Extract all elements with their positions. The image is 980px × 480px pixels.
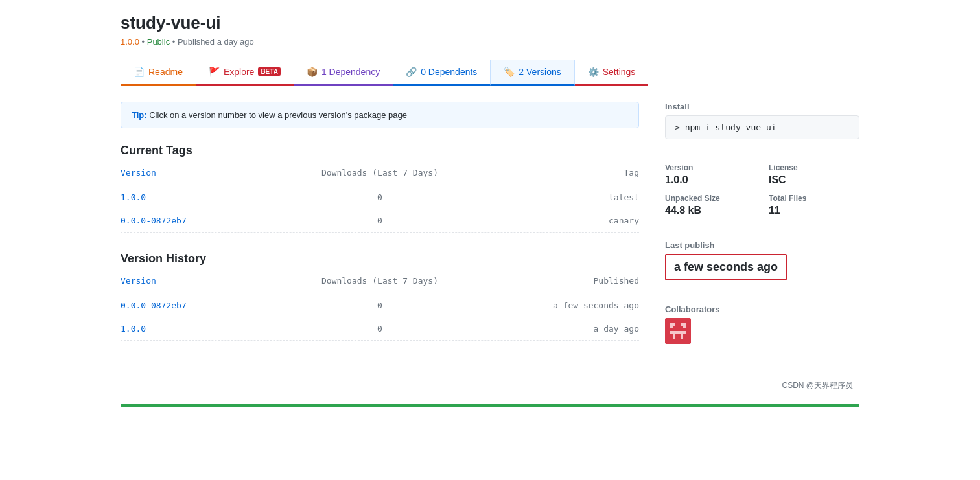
current-tags-col-version: Version <box>121 168 294 177</box>
install-label: Install <box>665 102 859 111</box>
vh-downloads-1: 0 <box>294 324 467 334</box>
settings-icon: ⚙️ <box>588 67 599 77</box>
ct-version-1[interactable]: 0.0.0-0872eb7 <box>121 216 294 225</box>
tab-readme[interactable]: 📄 Readme <box>121 60 196 86</box>
tab-versions-label: 2 Versions <box>519 67 561 77</box>
vh-downloads-0: 0 <box>294 301 467 310</box>
install-section: Install > npm i study-vue-ui <box>665 102 859 150</box>
total-files-meta: Total Files 11 <box>769 194 859 216</box>
tab-dependency[interactable]: 📦 1 Dependency <box>294 60 393 86</box>
version-history-title: Version History <box>121 252 639 266</box>
separator: • <box>142 37 147 47</box>
package-published: Published a day ago <box>178 37 254 47</box>
readme-icon: 📄 <box>134 67 145 77</box>
tab-explore[interactable]: 🚩 Explore BETA <box>196 60 294 86</box>
license-meta: License ISC <box>769 163 859 186</box>
current-tags-col-downloads: Downloads (Last 7 Days) <box>294 168 467 177</box>
last-publish-label: Last publish <box>665 240 859 250</box>
package-visibility: Public <box>147 37 170 47</box>
tab-dependents-label: 0 Dependents <box>421 67 477 77</box>
versions-icon: 🏷️ <box>504 67 515 77</box>
vh-version-0[interactable]: 0.0.0-0872eb7 <box>121 301 294 310</box>
vh-row-0: 0.0.0-0872eb7 0 a few seconds ago <box>121 294 639 317</box>
svg-rect-4 <box>681 326 683 328</box>
tip-box: Tip: Click on a version number to view a… <box>121 102 639 128</box>
main-layout: Tip: Click on a version number to view a… <box>121 102 859 367</box>
unpacked-size-key: Unpacked Size <box>665 194 756 203</box>
vh-version-1[interactable]: 1.0.0 <box>121 324 294 334</box>
tab-settings-label: Settings <box>603 67 636 77</box>
current-tags-title: Current Tags <box>121 144 639 157</box>
version-meta-key: Version <box>665 163 756 172</box>
vh-published-0: a few seconds ago <box>466 301 639 310</box>
vh-col-version: Version <box>121 276 294 286</box>
watermark: CSDN @天界程序员 <box>121 380 859 391</box>
total-files-key: Total Files <box>769 194 859 203</box>
version-meta-value: 1.0.0 <box>665 174 756 186</box>
collaborators-label: Collaborators <box>665 304 859 314</box>
unpacked-size-meta: Unpacked Size 44.8 kB <box>665 194 756 216</box>
ct-tag-1: canary <box>466 216 639 225</box>
meta-grid: Version 1.0.0 License ISC Unpacked Size … <box>665 163 859 216</box>
explore-icon: 🚩 <box>209 67 220 77</box>
tip-label: Tip: <box>132 110 147 120</box>
package-header: study-vue-ui 1.0.0 • Public • Published … <box>121 13 859 47</box>
vh-published-1: a day ago <box>466 324 639 334</box>
separator2: • <box>172 37 178 47</box>
beta-badge: BETA <box>258 67 280 76</box>
license-meta-key: License <box>769 163 859 172</box>
current-tags-header: Version Downloads (Last 7 Days) Tag <box>121 168 639 183</box>
version-history-header: Version Downloads (Last 7 Days) Publishe… <box>121 276 639 291</box>
version-history-section: Version History Version Downloads (Last … <box>121 252 639 341</box>
last-publish-section: Last publish a few seconds ago <box>665 240 859 291</box>
avatar <box>665 318 691 344</box>
last-publish-value: a few seconds ago <box>665 254 787 280</box>
tip-text: Click on a version number to view a prev… <box>149 110 407 120</box>
svg-rect-3 <box>673 326 675 328</box>
ct-tag-0: latest <box>466 192 639 202</box>
tab-bar: 📄 Readme 🚩 Explore BETA 📦 1 Dependency 🔗… <box>121 60 859 86</box>
ct-version-0[interactable]: 1.0.0 <box>121 192 294 202</box>
unpacked-size-value: 44.8 kB <box>665 205 756 216</box>
version-meta: Version 1.0.0 <box>665 163 756 186</box>
ct-downloads-1: 0 <box>294 216 467 225</box>
ct-downloads-0: 0 <box>294 192 467 202</box>
package-meta: 1.0.0 • Public • Published a day ago <box>121 37 859 47</box>
license-meta-value: ISC <box>769 174 859 186</box>
svg-rect-7 <box>681 334 683 339</box>
install-command: > npm i study-vue-ui <box>675 122 776 132</box>
main-content: Tip: Click on a version number to view a… <box>121 102 639 367</box>
vh-col-downloads: Downloads (Last 7 Days) <box>294 276 467 286</box>
tab-readme-label: Readme <box>148 67 183 77</box>
vh-col-published: Published <box>466 276 639 286</box>
svg-rect-8 <box>675 334 681 336</box>
green-bar <box>121 404 859 407</box>
current-tags-row-1: 0.0.0-0872eb7 0 canary <box>121 209 639 233</box>
current-tags-section: Current Tags Version Downloads (Last 7 D… <box>121 144 639 233</box>
collaborators-section: Collaborators <box>665 304 859 354</box>
install-command-box[interactable]: > npm i study-vue-ui <box>665 115 859 139</box>
sidebar: Install > npm i study-vue-ui Version 1.0… <box>665 102 859 367</box>
tab-versions[interactable]: 🏷️ 2 Versions <box>490 60 574 86</box>
svg-rect-5 <box>670 331 686 334</box>
tab-explore-label: Explore <box>224 67 254 77</box>
tab-dependency-label: 1 Dependency <box>321 67 380 77</box>
svg-rect-6 <box>673 334 675 339</box>
package-title: study-vue-ui <box>121 13 859 33</box>
tab-dependents[interactable]: 🔗 0 Dependents <box>393 60 490 86</box>
meta-section: Version 1.0.0 License ISC Unpacked Size … <box>665 163 859 227</box>
current-tags-col-tag: Tag <box>466 168 639 177</box>
dependency-icon: 📦 <box>307 67 318 77</box>
package-version: 1.0.0 <box>121 37 139 47</box>
tab-settings[interactable]: ⚙️ Settings <box>575 60 649 86</box>
total-files-value: 11 <box>769 205 859 216</box>
dependents-icon: 🔗 <box>406 67 417 77</box>
current-tags-row-0: 1.0.0 0 latest <box>121 186 639 209</box>
vh-row-1: 1.0.0 0 a day ago <box>121 317 639 341</box>
